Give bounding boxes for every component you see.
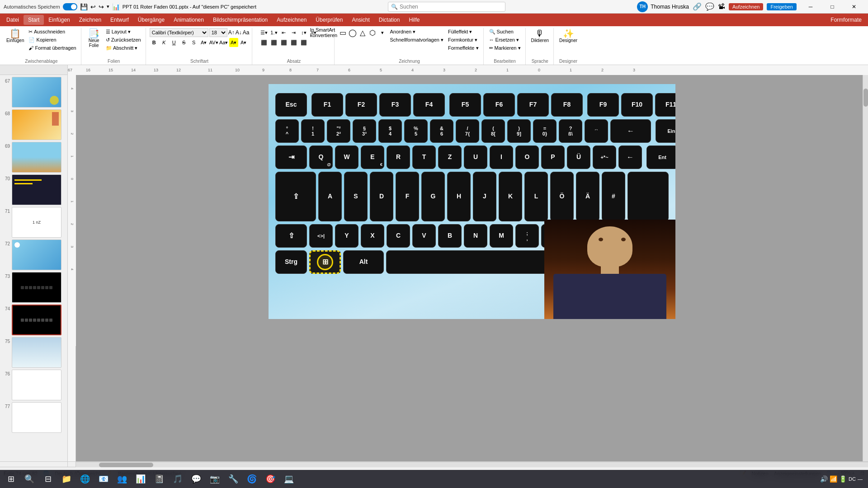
align-center-button[interactable]: ⬛ [269, 38, 278, 47]
key-o[interactable]: O [515, 145, 539, 169]
scrollbar-thumb-v[interactable] [863, 89, 868, 107]
format-button[interactable]: 🖌 Format übertragen [27, 44, 78, 52]
ersetzen-button[interactable]: ↔ Ersetzen ▾ [487, 36, 523, 44]
key-f8[interactable]: F8 [551, 93, 583, 117]
zuruecksetzen-button[interactable]: ↺ Zurücksetzen [104, 36, 143, 44]
key-l[interactable]: L [524, 172, 548, 221]
key-comma[interactable]: ;, [515, 224, 539, 248]
designer-button[interactable]: ✨ Designer [557, 28, 579, 44]
slide-thumb-70[interactable]: 70 [2, 174, 66, 205]
slide-thumb-75[interactable]: 75 [2, 337, 66, 368]
font-family-select[interactable]: Calibri (Textkörper) [150, 28, 208, 37]
key-g[interactable]: G [421, 172, 445, 221]
slide-thumb-73[interactable]: 73 [2, 272, 66, 303]
taskbar-app4[interactable]: 🔧 [224, 470, 242, 488]
key-win-left[interactable]: ⊞ [309, 250, 341, 274]
align-left-button[interactable]: ⬛ [259, 38, 269, 47]
key-f[interactable]: F [396, 172, 419, 221]
highlight-button[interactable]: A▾ [229, 38, 238, 47]
slide-thumb-69[interactable]: 69 [2, 142, 66, 173]
menu-bildschirm[interactable]: Bildschirmpräsentation [208, 15, 272, 25]
key-3[interactable]: §3³ [353, 119, 376, 143]
comments-icon[interactable]: 💬 [705, 2, 714, 11]
taskbar-onenote[interactable]: 📓 [150, 470, 168, 488]
key-k[interactable]: K [499, 172, 522, 221]
menu-ueberpruefen[interactable]: Überprüfen [311, 15, 347, 25]
slide-thumb-76[interactable]: 76 [2, 370, 66, 400]
key-q[interactable]: Q@ [309, 145, 333, 169]
key-8[interactable]: (8[ [481, 119, 505, 143]
align-right-button[interactable]: ⬛ [279, 38, 288, 47]
share-btn[interactable]: Freigeben [767, 3, 797, 10]
shape-2[interactable]: ◯ [348, 28, 357, 37]
diktieren-button[interactable]: 🎙 Diktieren [529, 28, 551, 44]
share-icon[interactable]: 🔗 [693, 2, 702, 11]
key-capslock[interactable]: ⇪ [275, 172, 316, 221]
underline-button[interactable]: U [170, 38, 179, 47]
save-icon[interactable]: 💾 [80, 3, 88, 10]
key-w[interactable]: W [335, 145, 359, 169]
key-backspace[interactable]: ← [610, 119, 651, 143]
shape-1[interactable]: ▭ [338, 28, 347, 37]
key-f3[interactable]: F3 [379, 93, 411, 117]
menu-zeichnen[interactable]: Zeichnen [75, 15, 106, 25]
key-r[interactable]: R [387, 145, 410, 169]
suchen-button[interactable]: 🔍 Suchen [487, 28, 523, 36]
key-tab[interactable]: ⇥ [275, 145, 307, 169]
strikethrough-button[interactable]: S [179, 38, 189, 47]
key-u[interactable]: U [464, 145, 487, 169]
key-y[interactable]: Y [335, 224, 359, 248]
menu-einfuegen[interactable]: Einfügen [44, 15, 74, 25]
present-icon[interactable]: 📽 [718, 3, 725, 11]
key-ue[interactable]: Ü [567, 145, 590, 169]
search-input[interactable] [400, 4, 502, 10]
bold-button[interactable]: B [150, 38, 159, 47]
font-grow-icon[interactable]: A↑ [228, 29, 235, 36]
layout-button[interactable]: ☰ Layout ▾ [104, 28, 143, 36]
markieren-button[interactable]: ✏ Markieren ▾ [487, 44, 523, 52]
minimize-button[interactable]: ─ [800, 0, 821, 14]
scrollbar-thumb-h[interactable] [99, 463, 153, 467]
search-box[interactable]: 🔍 [388, 2, 505, 12]
shadow-button[interactable]: S [189, 38, 198, 47]
autosave-toggle[interactable] [63, 3, 77, 10]
kopieren-button[interactable]: 📄 Kopieren [27, 36, 78, 44]
menu-datei[interactable]: Datei [2, 15, 24, 25]
key-s[interactable]: S [344, 172, 368, 221]
menu-formformate[interactable]: Formformate [826, 15, 866, 25]
italic-button[interactable]: K [160, 38, 169, 47]
key-h[interactable]: H [447, 172, 471, 221]
key-1[interactable]: !1 [301, 119, 325, 143]
key-f5[interactable]: F5 [449, 93, 481, 117]
key-f7[interactable]: F7 [517, 93, 549, 117]
clear-format-icon[interactable]: Aa [243, 29, 250, 36]
justify-button[interactable]: ⬛ [289, 38, 298, 47]
key-ae[interactable]: Ä [576, 172, 599, 221]
taskbar-search[interactable]: 🔍 [20, 470, 38, 488]
menu-uebergaenge[interactable]: Übergänge [133, 15, 169, 25]
taskbar-taskview[interactable]: ⊟ [39, 470, 57, 488]
taskbar-app2[interactable]: 💬 [187, 470, 205, 488]
bullet-list-button[interactable]: ☰▾ [259, 28, 269, 37]
key-2[interactable]: "²2² [327, 119, 350, 143]
key-enter-top[interactable]: ← [618, 145, 642, 169]
shape-more[interactable]: ▾ [378, 28, 387, 37]
key-x[interactable]: X [361, 224, 384, 248]
taskbar-start[interactable]: ⊞ [2, 470, 20, 488]
key-n[interactable]: N [464, 224, 487, 248]
key-f10[interactable]: F10 [621, 93, 653, 117]
scrollbar-horizontal[interactable] [76, 462, 868, 467]
key-d[interactable]: D [370, 172, 393, 221]
key-0[interactable]: =0} [533, 119, 557, 143]
fontcolor-button[interactable]: A▾ [199, 38, 208, 47]
number-list-button[interactable]: 1.▾ [269, 28, 278, 37]
key-hash[interactable]: # [602, 172, 625, 221]
taskbar-powerpoint[interactable]: 📊 [132, 470, 150, 488]
key-alt-left[interactable]: Alt [343, 250, 384, 274]
menu-ansicht[interactable]: Ansicht [347, 15, 374, 25]
neue-folie-button[interactable]: 📑 NeueFolie [85, 28, 103, 49]
fillcolor-button[interactable]: A▾ [239, 38, 248, 47]
shape-3[interactable]: △ [358, 28, 367, 37]
key-z[interactable]: Z [438, 145, 462, 169]
increase-indent-button[interactable]: ⇥ [289, 28, 298, 37]
